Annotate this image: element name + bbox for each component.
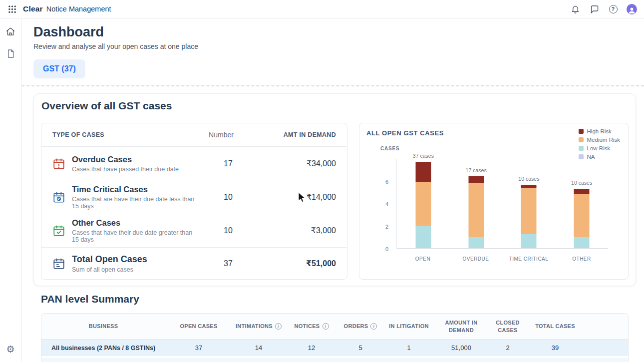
table-row-all-businesses[interactable]: All businesses (2 PANs / 8 GSTINs)371412… (41, 340, 628, 356)
case-row-time-critical[interactable]: Time Critical Cases Cases that are have … (41, 180, 347, 214)
case-amount: ₹34,000 (256, 159, 336, 168)
column-header-label: INTIMATIONS (236, 323, 273, 330)
y-tick-label: 2 (385, 224, 388, 230)
case-description: Cases that have passed their due date (72, 166, 200, 173)
chart-bar-time-critical[interactable] (521, 185, 537, 248)
column-header-closed-cases: CLOSED CASES (488, 319, 528, 334)
y-tick-label: 4 (385, 201, 388, 207)
chart-column-time-critical: 10 cases (503, 159, 556, 248)
help-glyph: ? (609, 5, 618, 13)
case-number: 17 (200, 159, 256, 168)
info-icon[interactable]: i (370, 323, 377, 330)
column-header-intimations: INTIMATIONSi (232, 323, 285, 330)
case-text: Other Cases Cases that have their due da… (72, 218, 200, 243)
bar-segment-medium-risk (574, 194, 590, 237)
overview-heading: Overview of all GST cases (41, 99, 629, 112)
chart-column-open: 37 cases (397, 159, 450, 248)
chart-bar-overdue[interactable] (468, 176, 484, 248)
page-header: Dashboard Review and analyse all your op… (21, 18, 644, 78)
bar-segment-low-risk (468, 237, 484, 249)
overview-card: Overview of all GST cases TYPE OF CASES … (33, 93, 636, 286)
bar-segment-medium-risk (415, 182, 431, 226)
case-row-other[interactable]: Other Cases Cases that have their due da… (41, 214, 347, 247)
calendar-icon (52, 257, 66, 270)
y-ticks: 0246 (366, 138, 392, 266)
info-icon[interactable]: i (322, 323, 329, 330)
x-axis-labels: OPENOVERDUETIME CRITICALOTHER (396, 256, 608, 262)
bar-segment-medium-risk (468, 183, 484, 237)
chart-column-overdue: 17 cases (450, 159, 503, 248)
x-axis-label-other: OTHER (555, 256, 608, 262)
pan-table-body: All businesses (2 PANs / 8 GSTINs)371412… (41, 340, 628, 356)
bar-segment-high-risk (574, 189, 590, 194)
column-header-in-litigation: IN LITIGATION (383, 323, 435, 330)
case-row-overdue[interactable]: Overdue Cases Cases that have passed the… (41, 147, 347, 180)
case-amount: ₹3,000 (256, 226, 336, 235)
legend-swatch (579, 129, 584, 134)
column-header-label: IN LITIGATION (389, 323, 428, 330)
chart-area: CASES 0246 37 cases17 cases10 cases10 ca… (366, 138, 621, 266)
user-avatar[interactable] (627, 4, 637, 14)
calendar-check-icon (52, 224, 66, 237)
cell-notices: 12 (285, 344, 338, 352)
case-number: 10 (200, 226, 256, 235)
column-header-amount-in-demand: AMOUNT IN DEMAND (435, 319, 488, 334)
y-tick-label: 6 (385, 179, 388, 185)
chart-column-other: 10 cases (555, 159, 608, 248)
case-title: Other Cases (72, 218, 200, 228)
pan-table-header: BUSINESSOPEN CASESINTIMATIONSiNOTICESiOR… (41, 314, 628, 340)
case-number: 37 (200, 259, 256, 268)
column-header-label: TOTAL CASES (535, 323, 575, 330)
bar-segment-medium-risk (521, 188, 537, 234)
case-number: 10 (200, 193, 256, 202)
column-header-number: Number (186, 131, 256, 139)
tab-gst[interactable]: GST (37) (33, 59, 85, 78)
cell-amount-in-demand: 51,000 (435, 344, 488, 352)
app-launcher-grid-icon[interactable] (6, 3, 17, 14)
cell-orders: 5 (338, 344, 383, 352)
cell-business: All businesses (2 PANs / 8 GSTINs) (41, 345, 165, 352)
top-bar: Clear Notice Management ? (0, 0, 644, 18)
column-header-label: AMOUNT IN DEMAND (438, 319, 485, 334)
case-amount: ₹14,000 (256, 192, 336, 202)
case-description: Sum of all open cases (72, 266, 200, 273)
case-text: Total Open Cases Sum of all open cases (72, 254, 200, 273)
page-subtitle: Review and analyse all your open cases a… (33, 42, 636, 50)
bar-count-label: 17 cases (445, 167, 508, 173)
settings-gear-icon[interactable]: ⚙ (3, 342, 17, 356)
sidebar-home-icon[interactable] (3, 24, 17, 38)
messages-chat-icon[interactable] (588, 2, 601, 15)
chart-bar-other[interactable] (574, 189, 590, 248)
bar-count-label: 10 cases (550, 180, 613, 186)
page-title: Dashboard (33, 24, 636, 40)
column-header-label: NOTICES (295, 323, 320, 330)
notifications-bell-icon[interactable] (569, 2, 582, 15)
case-text: Time Critical Cases Cases that are have … (72, 185, 200, 210)
left-sidebar: ⚙ (0, 18, 21, 362)
case-title: Total Open Cases (72, 254, 200, 265)
legend-label: High Risk (587, 128, 612, 134)
column-header-business: BUSINESS (41, 323, 165, 330)
cases-table-header: TYPE OF CASES Number AMT IN DEMAND (41, 123, 347, 147)
column-header-label: ORDERS (344, 323, 368, 330)
table-row-partial[interactable] (41, 358, 628, 362)
case-row-total-open[interactable]: Total Open Cases Sum of all open cases 3… (41, 247, 347, 279)
x-axis-label-open: OPEN (396, 256, 449, 262)
case-title: Overdue Cases (72, 155, 200, 164)
info-icon[interactable]: i (275, 323, 282, 330)
sidebar-document-icon[interactable] (3, 46, 17, 60)
case-text: Overdue Cases Cases that have passed the… (72, 155, 200, 173)
cell-open-cases: 37 (165, 344, 232, 352)
chart-bar-open[interactable] (415, 162, 431, 248)
bar-segment-high-risk (415, 162, 431, 182)
case-description: Cases that are have their due date less … (72, 196, 200, 210)
help-icon[interactable]: ? (607, 2, 620, 15)
column-header-amt-in-demand: AMT IN DEMAND (256, 131, 336, 138)
overview-panels: TYPE OF CASES Number AMT IN DEMAND Overd… (41, 123, 629, 280)
cell-closed-cases: 2 (488, 344, 528, 352)
cell-in-litigation: 1 (383, 344, 435, 352)
bar-count-label: 37 cases (392, 153, 455, 159)
bar-segment-high-risk (468, 176, 484, 183)
open-cases-chart-panel: ALL OPEN GST CASES High RiskMedium RiskL… (359, 123, 629, 280)
x-axis-label-overdue: OVERDUE (449, 256, 502, 262)
